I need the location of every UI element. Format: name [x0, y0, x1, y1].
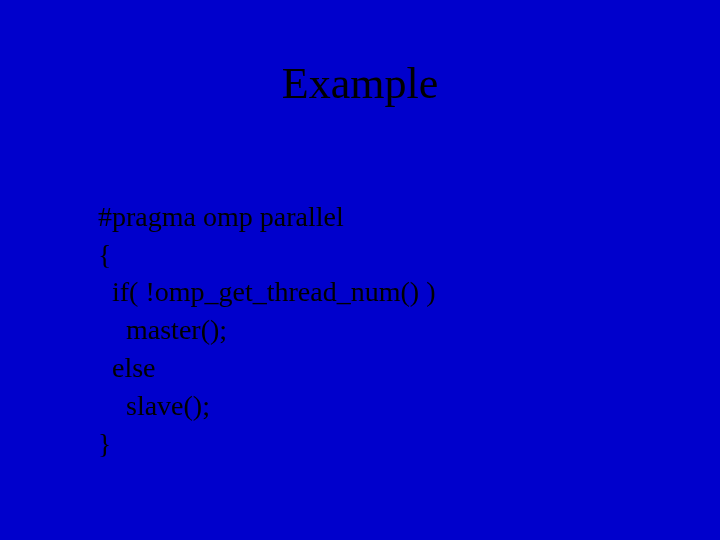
code-line: else — [98, 352, 156, 383]
code-line: master(); — [98, 314, 227, 345]
code-line: #pragma omp parallel — [98, 201, 344, 232]
slide-title: Example — [0, 58, 720, 109]
code-block: #pragma omp parallel { if( !omp_get_thre… — [98, 160, 435, 462]
code-line: slave(); — [98, 390, 210, 421]
code-line: } — [98, 428, 111, 459]
code-line: if( !omp_get_thread_num() ) — [98, 276, 435, 307]
code-line: { — [98, 239, 111, 270]
slide: Example #pragma omp parallel { if( !omp_… — [0, 0, 720, 540]
